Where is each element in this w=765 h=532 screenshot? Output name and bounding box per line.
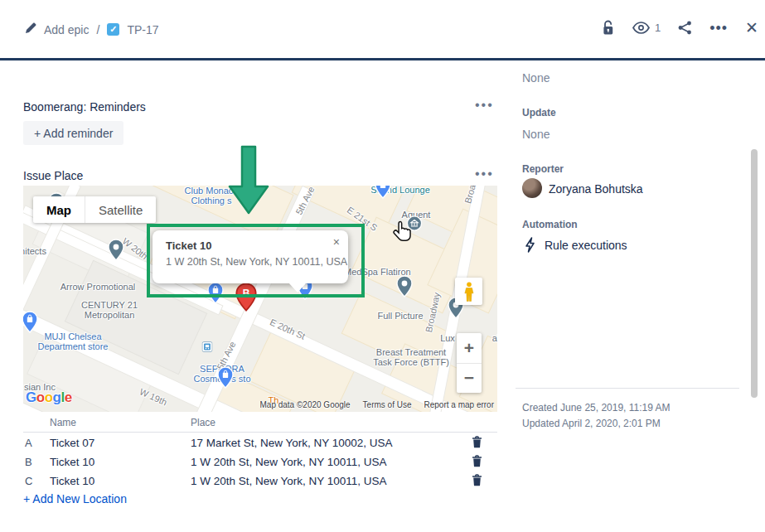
location-row: ATicket 0717 Market St, New York, NY 100…: [23, 433, 497, 452]
close-icon[interactable]: ✕: [745, 18, 758, 37]
topbar-divider: [0, 58, 765, 60]
terms-of-use-link[interactable]: Terms of Use: [363, 400, 412, 409]
map-marker-transit[interactable]: [202, 341, 213, 355]
topbar: Add epic / ✓ TP-17 1 ••• ✕: [0, 0, 765, 58]
map-type-control: Map Satellite: [33, 196, 156, 223]
red-marker-letter: B: [235, 288, 257, 299]
sidebar-divider: [516, 388, 739, 389]
boomerang-section-title: Boomerang: Reminders: [23, 100, 146, 114]
zoom-in-button[interactable]: +: [457, 333, 482, 364]
issue-key-link[interactable]: TP-17: [127, 23, 158, 36]
map-marker-poi[interactable]: [108, 239, 124, 264]
info-window-tail: [288, 283, 307, 293]
add-epic-link[interactable]: Add epic: [44, 23, 89, 36]
map-attribution: Map data ©2020 Google Terms of Use Repor…: [259, 400, 494, 409]
pegman-control[interactable]: [455, 278, 482, 305]
share-icon[interactable]: [678, 21, 692, 35]
scrollbar-thumb[interactable]: [751, 149, 758, 398]
map-marker-shop[interactable]: [23, 311, 38, 336]
updated-date: Updated April 2, 2020, 2:01 PM: [522, 418, 661, 429]
map-marker-museum[interactable]: [407, 215, 423, 235]
location-row: CTicket 101 W 20th St, New York, NY 1001…: [23, 471, 497, 490]
task-type-icon[interactable]: ✓: [107, 23, 119, 36]
reporter-name[interactable]: Zoryana Bohutska: [549, 182, 643, 196]
add-reminder-button[interactable]: + Add reminder: [23, 121, 123, 145]
location-name: Ticket 07: [50, 437, 94, 449]
automation-field-label: Automation: [522, 219, 578, 230]
map-marker-shop[interactable]: [207, 282, 224, 307]
map-marker-shop[interactable]: [250, 186, 267, 189]
created-date: Created June 25, 2019, 11:19 AM: [522, 402, 671, 414]
map-type-map-button[interactable]: Map: [33, 196, 85, 223]
info-window-address: 1 W 20th St, New York, NY 10011, USA: [166, 256, 347, 268]
add-new-location-link[interactable]: + Add New Location: [23, 492, 127, 505]
issue-place-more-icon[interactable]: •••: [475, 167, 494, 181]
unlock-icon[interactable]: [601, 20, 615, 36]
location-letter: C: [25, 475, 32, 487]
location-place: 1 W 20th St, New York, NY 10011, USA: [191, 475, 387, 487]
boomerang-more-icon[interactable]: •••: [475, 98, 494, 113]
map-type-satellite-button[interactable]: Satellite: [85, 196, 156, 223]
edit-pencil-icon[interactable]: [25, 22, 36, 36]
location-place: 1 W 20th St, New York, NY 10011, USA: [191, 456, 387, 468]
lightning-bolt-icon: [525, 237, 536, 256]
location-place: 17 Market St, New York, NY 10002, USA: [191, 437, 393, 449]
map-data-credit: Map data ©2020 Google: [259, 400, 350, 409]
map-zoom-control: + −: [457, 333, 482, 393]
rule-executions-link[interactable]: Rule executions: [545, 239, 627, 252]
place-column-header: Place: [191, 417, 215, 428]
location-letter: A: [25, 437, 32, 449]
info-window-title: Ticket 10: [166, 239, 211, 252]
info-window-close-icon[interactable]: ×: [333, 235, 340, 249]
location-name: Ticket 10: [50, 475, 94, 487]
location-name: Ticket 10: [50, 456, 94, 468]
location-letter: B: [25, 456, 32, 468]
map-marker-shop[interactable]: [217, 366, 234, 392]
map-info-window: Ticket 10 1 W 20th St, New York, NY 1001…: [153, 230, 348, 283]
issue-detail-window: Add epic / ✓ TP-17 1 ••• ✕ Boomerang: Re…: [0, 0, 765, 532]
breadcrumb: Add epic / ✓ TP-17: [25, 22, 159, 36]
field-value-none: None: [522, 71, 550, 85]
update-field-value[interactable]: None: [522, 128, 550, 141]
google-map[interactable]: Club Monaco Clothing sSound LoungeAquent…: [23, 186, 497, 412]
google-logo[interactable]: Google: [26, 389, 72, 406]
locations-table-rows: ATicket 0717 Market St, New York, NY 100…: [23, 433, 497, 490]
watchers-count: 1: [655, 22, 661, 34]
zoom-out-button[interactable]: −: [457, 364, 482, 394]
breadcrumb-separator: /: [96, 23, 99, 36]
pegman-icon: [463, 282, 475, 302]
update-field-label: Update: [522, 107, 556, 118]
locations-table-header: Name Place: [23, 416, 497, 433]
issue-place-section-title: Issue Place: [23, 169, 83, 182]
delete-location-icon[interactable]: [472, 474, 482, 489]
reporter-field-label: Reporter: [522, 163, 564, 175]
location-row: BTicket 101 W 20th St, New York, NY 1001…: [23, 452, 497, 471]
map-marker-poi[interactable]: [396, 275, 413, 301]
more-actions-icon[interactable]: •••: [709, 24, 728, 32]
report-map-error-link[interactable]: Report a map error: [424, 400, 494, 409]
map-marker-red-B[interactable]: B: [235, 283, 257, 315]
reporter-avatar[interactable]: [522, 178, 542, 198]
delete-location-icon[interactable]: [472, 436, 482, 451]
delete-location-icon[interactable]: [472, 455, 482, 470]
name-column-header: Name: [50, 417, 76, 428]
watch-eye-icon[interactable]: [632, 22, 650, 34]
map-marker-shop[interactable]: [375, 186, 391, 202]
